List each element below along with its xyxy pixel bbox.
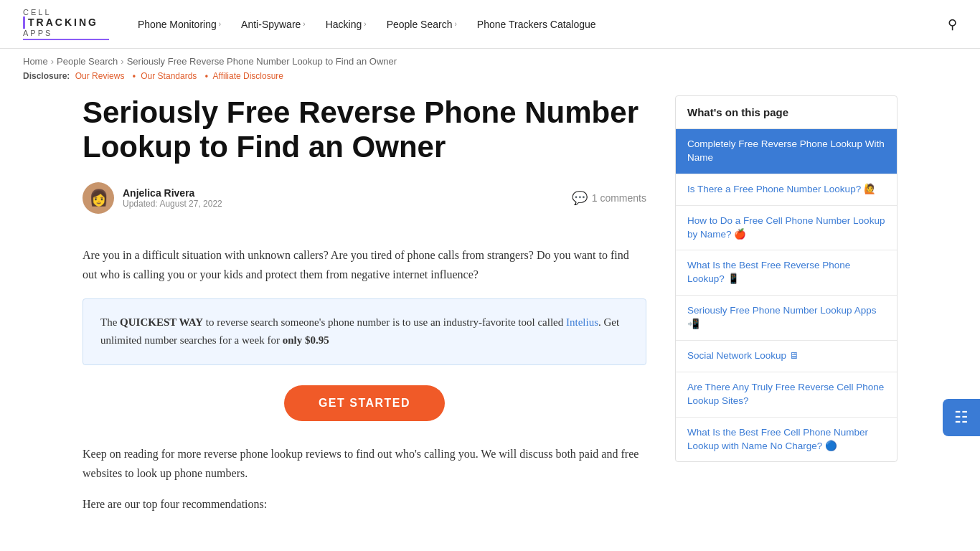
floating-action-button[interactable]: ☷ (943, 399, 980, 436)
search-icon[interactable]: ⚲ (948, 17, 957, 32)
toc-item-0[interactable]: Completely Free Reverse Phone Lookup Wit… (676, 129, 897, 174)
article-title: Seriously Free Reverse Phone Number Look… (83, 95, 646, 165)
nav-link-people-search[interactable]: People Search› (387, 19, 457, 30)
page-layout: Seriously Free Reverse Phone Number Look… (60, 88, 920, 526)
breadcrumb-item-2: Seriously Free Reverse Phone Number Look… (127, 56, 397, 67)
chevron-down-icon: › (303, 20, 305, 28)
disclosure-bar: Disclosure: Our Reviews • Our Standards … (0, 70, 980, 88)
toc-item-2[interactable]: How to Do a Free Cell Phone Number Looku… (676, 206, 897, 251)
disclosure-affiliate-link[interactable]: Affiliate Disclosure (213, 71, 283, 81)
comments-button[interactable]: 💬 1 comments (572, 190, 646, 206)
body-text-2: Here are our top four recommendations: (83, 494, 646, 514)
breadcrumb-separator: › (121, 56, 123, 67)
callout-prefix: The (100, 316, 120, 328)
nav-link-phone-monitoring[interactable]: Phone Monitoring› (138, 19, 221, 30)
get-started-button[interactable]: GET STARTED (284, 385, 445, 421)
toc-item-3[interactable]: What Is the Best Free Reverse Phone Look… (676, 250, 897, 296)
author-details: Anjelica Rivera Updated: August 27, 2022 (123, 187, 222, 209)
author-info: 👩 Anjelica Rivera Updated: August 27, 20… (83, 182, 222, 214)
author-name: Anjelica Rivera (123, 187, 222, 199)
author-date: Updated: August 27, 2022 (123, 199, 222, 209)
disclosure-reviews-link[interactable]: Our Reviews (75, 71, 125, 81)
logo-line-2: TRACKING (23, 17, 109, 28)
floating-icon: ☷ (954, 408, 969, 427)
breadcrumb-item-1[interactable]: People Search (57, 56, 118, 67)
sidebar: What's on this page Completely Free Reve… (675, 88, 897, 526)
avatar: 👩 (83, 182, 114, 214)
toc-item-5[interactable]: Social Network Lookup 🖥 (676, 341, 897, 372)
toc-item-6[interactable]: Are There Any Truly Free Reverse Cell Ph… (676, 372, 897, 418)
toc-title: What's on this page (676, 96, 897, 129)
disclosure-standards-link[interactable]: Our Standards (141, 71, 197, 81)
comments-count: 1 comments (592, 192, 646, 204)
callout-middle: to reverse search someone's phone number… (203, 316, 566, 328)
breadcrumb-item-0[interactable]: Home (23, 56, 48, 67)
toc-item-7[interactable]: What Is the Best Free Cell Phone Number … (676, 418, 897, 462)
logo-line-3: APPS (23, 29, 109, 41)
author-row: 👩 Anjelica Rivera Updated: August 27, 20… (83, 182, 646, 225)
chevron-down-icon: › (364, 20, 366, 28)
main-nav: CELL TRACKING APPS Phone Monitoring›Anti… (0, 0, 980, 49)
intelius-link[interactable]: Intelius (566, 316, 598, 328)
callout-box: The QUICKEST WAY to reverse search someo… (83, 298, 646, 365)
nav-link-hacking[interactable]: Hacking› (326, 19, 367, 30)
logo-line-1: CELL (23, 8, 109, 17)
toc-item-1[interactable]: Is There a Free Phone Number Lookup? 🙋 (676, 174, 897, 206)
article-intro: Are you in a difficult situation with un… (83, 245, 646, 284)
body-text-1: Keep on reading for more reverse phone l… (83, 444, 646, 483)
cta-section: GET STARTED (83, 385, 646, 421)
toc-list: Completely Free Reverse Phone Lookup Wit… (676, 129, 897, 461)
callout-price: only $0.95 (283, 334, 329, 346)
nav-link-phone-trackers-catalogue[interactable]: Phone Trackers Catalogue (477, 19, 596, 30)
nav-link-anti-spyware[interactable]: Anti-Spyware› (241, 19, 306, 30)
chevron-down-icon: › (454, 20, 456, 28)
toc-item-4[interactable]: Seriously Free Phone Number Lookup Apps … (676, 296, 897, 341)
disclosure-label: Disclosure: (23, 71, 70, 81)
breadcrumb: Home›People Search›Seriously Free Revers… (0, 49, 980, 70)
site-logo[interactable]: CELL TRACKING APPS (23, 8, 109, 40)
chevron-down-icon: › (219, 20, 221, 28)
breadcrumb-separator: › (51, 56, 54, 67)
toc-box: What's on this page Completely Free Reve… (675, 95, 897, 462)
main-content: Seriously Free Reverse Phone Number Look… (83, 88, 646, 526)
callout-bold: QUICKEST WAY (120, 316, 203, 328)
comment-icon: 💬 (572, 190, 588, 206)
nav-links: Phone Monitoring›Anti-Spyware›Hacking›Pe… (138, 19, 948, 30)
